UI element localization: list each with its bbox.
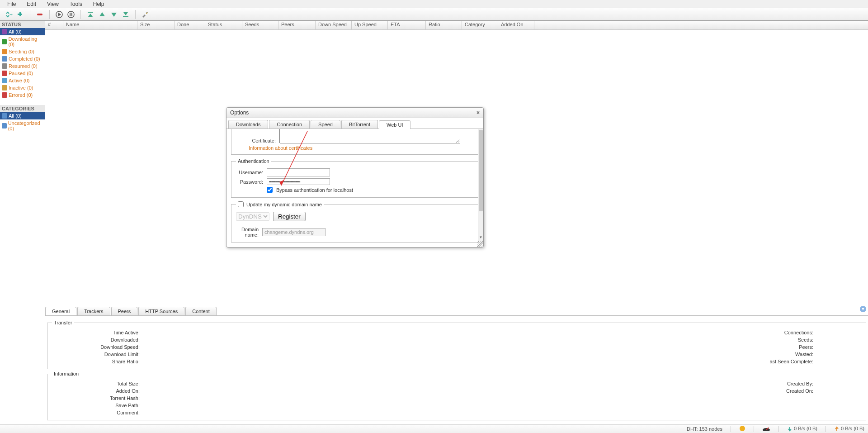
preferences-icon[interactable] — [140, 10, 150, 19]
firewall-icon[interactable] — [739, 425, 745, 433]
pause-icon[interactable] — [66, 10, 76, 19]
svg-rect-9 — [123, 16, 128, 17]
lbl-total-size: Total Size: — [52, 381, 142, 386]
dialog-tabs: Downloads Connection Speed BitTorrent We… — [226, 118, 483, 129]
dlg-tab-webui[interactable]: Web UI — [379, 120, 410, 129]
status-dht[interactable]: DHT: 153 nodes — [687, 426, 722, 432]
lbl-certificate: Certificate: — [249, 138, 276, 143]
tab-content[interactable]: Content — [185, 307, 217, 315]
menu-help[interactable]: Help — [88, 0, 110, 8]
play-icon[interactable] — [54, 10, 64, 19]
svg-rect-8 — [88, 12, 93, 13]
sidebar: STATUS All (0) Downloading (0) Seeding (… — [0, 21, 45, 424]
move-up-icon[interactable] — [97, 10, 107, 19]
col-seeds[interactable]: Seeds — [242, 21, 278, 29]
toolbar: + — [0, 8, 868, 21]
col-status[interactable]: Status — [205, 21, 242, 29]
svg-rect-6 — [70, 13, 71, 16]
lbl-seeds: Seeds: — [680, 337, 816, 343]
domain-name-input[interactable] — [262, 228, 326, 236]
sidebar-status-completed[interactable]: Completed (0) — [0, 55, 45, 62]
scrollbar-thumb[interactable] — [479, 130, 483, 211]
col-eta[interactable]: ETA — [388, 21, 426, 29]
tab-peers[interactable]: Peers — [111, 307, 138, 315]
bypass-auth-checkbox[interactable] — [267, 187, 273, 193]
menu-view[interactable]: View — [42, 0, 64, 8]
sidebar-cat-all[interactable]: All (0) — [0, 112, 45, 119]
scroll-down-icon[interactable]: ▼ — [478, 235, 483, 241]
torrent-grid-header: # Name Size Done Status Seeds Peers Down… — [45, 21, 868, 30]
sidebar-status-inactive[interactable]: Inactive (0) — [0, 84, 45, 91]
lbl-password: Password: — [236, 179, 263, 185]
cert-info-link[interactable]: Information about certificates — [249, 145, 312, 151]
svg-point-5 — [68, 11, 74, 18]
password-input[interactable] — [267, 178, 330, 185]
sidebar-status-paused[interactable]: Paused (0) — [0, 70, 45, 77]
move-top-icon[interactable] — [85, 10, 95, 19]
dialog-resize-handle[interactable] — [477, 241, 483, 247]
statusbar: DHT: 153 nodes 0 B/s (0 B) 0 B/s (0 B) — [0, 424, 868, 433]
ddns-service-select[interactable]: DynDNS — [236, 212, 269, 221]
ddns-enable-checkbox[interactable] — [238, 201, 244, 207]
transfer-fieldset: Transfer Time Active: Downloaded: Downlo… — [47, 320, 866, 369]
dialog-body: Certificate: Information about certifica… — [226, 129, 483, 247]
svg-rect-3 — [37, 14, 42, 15]
menu-edit[interactable]: Edit — [21, 0, 42, 8]
certificate-textarea[interactable] — [279, 129, 460, 143]
close-icon[interactable]: × — [476, 109, 480, 116]
sidebar-status-errored[interactable]: Errored (0) — [0, 91, 45, 99]
register-button[interactable]: Register — [273, 212, 306, 221]
sidebar-status-seeding[interactable]: Seeding (0) — [0, 48, 45, 55]
lbl-created-by: Created By: — [680, 381, 816, 386]
delete-icon[interactable] — [35, 10, 45, 19]
sidebar-status-all[interactable]: All (0) — [0, 28, 45, 35]
col-upspeed[interactable]: Up Speed — [352, 21, 388, 29]
col-addedon[interactable]: Added On — [498, 21, 534, 29]
lbl-comment: Comment: — [52, 410, 142, 415]
detail-tabs: General Trackers Peers HTTP Sources Cont… — [45, 307, 868, 316]
sidebar-status-active[interactable]: Active (0) — [0, 77, 45, 84]
sidebar-categories-header: CATEGORIES — [0, 105, 45, 112]
lbl-download-speed: Download Speed: — [52, 344, 142, 350]
tab-general[interactable]: General — [45, 307, 76, 315]
add-torrent-icon[interactable] — [15, 10, 25, 19]
col-downspeed[interactable]: Down Speed — [316, 21, 352, 29]
svg-point-11 — [740, 426, 745, 431]
lbl-added-on: Added On: — [52, 388, 142, 394]
dlg-tab-bittorrent[interactable]: BitTorrent — [341, 120, 378, 128]
username-input[interactable] — [267, 168, 330, 176]
col-done[interactable]: Done — [175, 21, 205, 29]
col-num[interactable]: # — [45, 21, 63, 29]
altspeed-icon[interactable] — [762, 426, 770, 432]
dlg-tab-downloads[interactable]: Downloads — [228, 120, 268, 128]
menu-tools[interactable]: Tools — [64, 0, 88, 8]
dlg-tab-speed[interactable]: Speed — [311, 120, 340, 128]
move-down-icon[interactable] — [109, 10, 119, 19]
sidebar-cat-uncategorized[interactable]: Uncategorized (0) — [0, 119, 45, 132]
options-dialog: Options × Downloads Connection Speed Bit… — [226, 107, 484, 247]
download-speed-status[interactable]: 0 B/s (0 B) — [787, 426, 817, 432]
col-peers[interactable]: Peers — [278, 21, 316, 29]
dlg-tab-connection[interactable]: Connection — [269, 120, 310, 128]
collapse-detail-icon[interactable]: ▼ — [860, 306, 866, 312]
col-ratio[interactable]: Ratio — [426, 21, 462, 29]
col-category[interactable]: Category — [462, 21, 498, 29]
tab-httpsources[interactable]: HTTP Sources — [138, 307, 184, 315]
menu-file[interactable]: File — [2, 0, 21, 8]
tab-trackers[interactable]: Trackers — [77, 307, 110, 315]
move-bottom-icon[interactable] — [121, 10, 131, 19]
dialog-scrollbar[interactable]: ▲ ▼ — [478, 129, 483, 241]
lbl-domain-name: Domain name: — [236, 227, 259, 238]
sidebar-status-downloading[interactable]: Downloading (0) — [0, 35, 45, 48]
svg-text:+: + — [9, 12, 13, 18]
sidebar-status-resumed[interactable]: Resumed (0) — [0, 62, 45, 70]
dialog-titlebar[interactable]: Options × — [226, 108, 483, 118]
upload-speed-status[interactable]: 0 B/s (0 B) — [834, 426, 864, 432]
lbl-username: Username: — [236, 170, 263, 175]
add-link-icon[interactable]: + — [4, 10, 14, 19]
auth-legend: Authentication — [236, 158, 271, 164]
col-size[interactable]: Size — [137, 21, 175, 29]
dialog-title-text: Options — [230, 109, 249, 116]
lbl-save-path: Save Path: — [52, 403, 142, 408]
col-name[interactable]: Name — [63, 21, 137, 29]
